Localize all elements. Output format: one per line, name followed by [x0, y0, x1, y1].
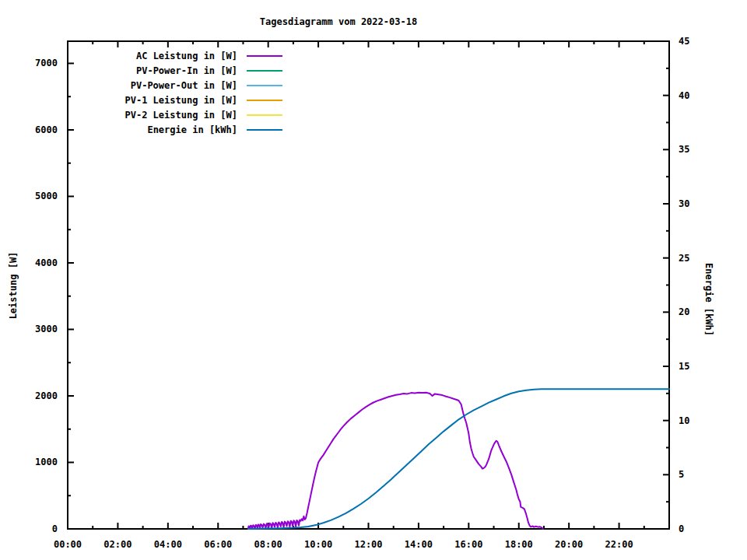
y2-tick-label: 40: [679, 90, 689, 101]
legend-entry: PV-Power-Out in [W]: [70, 78, 282, 93]
y2-tick-label: 10: [679, 415, 689, 426]
y2-tick-label: 25: [679, 253, 689, 264]
legend-label: AC Leistung in [W]: [70, 51, 237, 61]
x-tick-label: 06:00: [204, 539, 232, 550]
y-tick-label: 3000: [35, 324, 58, 334]
y2-tick-label: 30: [679, 198, 689, 209]
legend-entry: PV-Power-In in [W]: [70, 63, 282, 78]
legend: AC Leistung in [W]PV-Power-In in [W]PV-P…: [70, 48, 282, 137]
legend-label: PV-1 Leistung in [W]: [70, 95, 237, 106]
y-tick-label: 5000: [35, 191, 58, 201]
legend-line-sample: [247, 129, 282, 131]
y-tick-label: 2000: [35, 390, 58, 401]
legend-entry: PV-1 Leistung in [W]: [70, 93, 282, 107]
legend-entry: Energie in [kWh]: [70, 122, 282, 137]
y-tick-label: 1000: [35, 457, 58, 467]
legend-line-sample: [247, 70, 282, 72]
y-tick-label: 4000: [35, 257, 58, 268]
legend-label: Energie in [kWh]: [70, 124, 237, 135]
y2-tick-label: 5: [679, 469, 684, 480]
series-ac-leistung-in-w: [248, 393, 543, 529]
legend-line-sample: [247, 85, 282, 86]
x-tick-label: 04:00: [154, 539, 182, 550]
legend-label: PV-Power-In in [W]: [70, 65, 237, 76]
x-tick-label: 16:00: [454, 539, 482, 550]
y-tick-label: 6000: [35, 124, 58, 135]
legend-line-sample: [247, 100, 282, 101]
series-energie-in-kwh: [248, 389, 669, 529]
legend-label: PV-Power-Out in [W]: [70, 80, 237, 91]
y-tick-label: 7000: [35, 58, 58, 68]
x-tick-label: 22:00: [605, 539, 633, 550]
x-tick-label: 10:00: [304, 539, 332, 550]
y2-tick-label: 45: [679, 36, 689, 47]
x-tick-label: 00:00: [54, 539, 82, 550]
legend-line-sample: [247, 55, 282, 57]
y2-tick-label: 35: [679, 144, 689, 155]
x-tick-label: 02:00: [103, 539, 132, 550]
y2-tick-label: 20: [679, 306, 689, 317]
y2-tick-label: 0: [679, 523, 684, 534]
legend-entry: AC Leistung in [W]: [70, 48, 282, 63]
legend-line-sample: [247, 114, 282, 116]
legend-entry: PV-2 Leistung in [W]: [70, 107, 282, 122]
x-tick-label: 18:00: [505, 539, 533, 550]
legend-label: PV-2 Leistung in [W]: [70, 110, 237, 121]
x-tick-label: 12:00: [354, 539, 382, 550]
x-tick-label: 14:00: [405, 539, 433, 550]
chart-container: Tagesdiagramm vom 2022-03-18 Leistung [W…: [0, 0, 747, 560]
x-tick-label: 08:00: [254, 539, 282, 550]
y2-tick-label: 15: [679, 361, 689, 372]
x-tick-label: 20:00: [555, 539, 583, 550]
y-tick-label: 0: [52, 523, 58, 534]
